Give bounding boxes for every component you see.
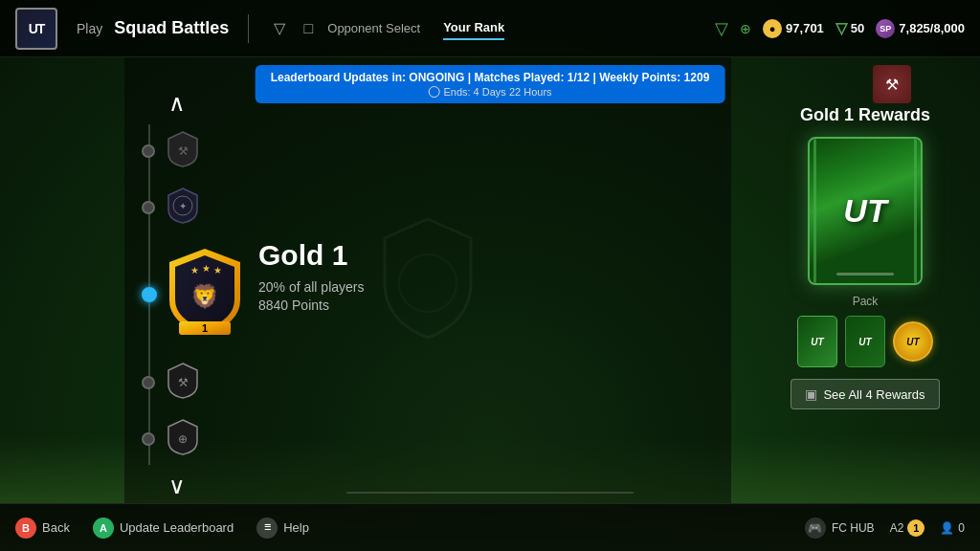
pack-small-1: UT <box>797 316 837 367</box>
controller-icon: 🎮 <box>805 518 826 539</box>
pack-ut-label: UT <box>843 192 886 230</box>
rank-badge-2: ✦ <box>166 187 200 229</box>
fc-hub-label: FC HUB <box>832 521 875 535</box>
pack-row: UT UT UT <box>797 316 933 367</box>
timer-icon <box>428 86 439 98</box>
rank-badge-4: ⚒ <box>166 362 200 404</box>
b-button-icon: B <box>15 518 36 539</box>
banner-sub-label: Ends: 4 Days 22 Hours <box>443 86 551 98</box>
svg-text:🦁: 🦁 <box>190 282 219 310</box>
shield-currency: ▽ 50 <box>835 19 864 37</box>
help-label: Help <box>283 520 309 535</box>
fc-hub-button[interactable]: 🎮 FC HUB <box>805 518 875 539</box>
filter-icon-1: ▽ <box>268 17 291 40</box>
svg-text:⚒: ⚒ <box>178 144 189 158</box>
rank-item-1[interactable]: ⚒ <box>139 124 215 177</box>
rank-info-panel: Gold 1 20% of all players 8840 Points <box>258 239 365 313</box>
svg-text:★: ★ <box>202 263 211 274</box>
coins-value: 97,701 <box>786 21 824 35</box>
rank-down-arrow[interactable]: ∨ <box>168 473 186 499</box>
svg-text:✦: ✦ <box>179 201 187 211</box>
help-button[interactable]: ☰ Help <box>256 518 309 539</box>
tab-your-rank[interactable]: Your Rank <box>443 16 504 40</box>
filter-icon-2: □ <box>297 17 320 40</box>
coin-icon: ● <box>763 19 782 38</box>
center-badge-area <box>370 211 485 349</box>
shield-value: 50 <box>851 21 864 35</box>
rank-badge-large: ★ ★ ★ 🦁 1 <box>162 245 248 344</box>
rank-item-active[interactable]: ★ ★ ★ 🦁 1 <box>139 237 215 352</box>
rank-dot-5 <box>142 432 155 446</box>
player-icon: 👤 <box>940 521 954 535</box>
pack-label: Pack <box>853 295 879 308</box>
rank-dot-2 <box>142 201 155 214</box>
rank-indicator: A2 1 <box>890 519 925 537</box>
rank-list: ⚒ ✦ <box>139 124 215 465</box>
pack-coin: UT <box>893 321 933 362</box>
bottombar: B Back A Update Leaderboard ☰ Help 🎮 FC … <box>0 503 980 551</box>
pack-coin-text: UT <box>906 337 919 347</box>
bottombar-right: 🎮 FC HUB A2 1 👤 0 <box>805 518 965 539</box>
svg-text:⊕: ⊕ <box>178 432 188 446</box>
rewards-square-icon: ▣ <box>805 386 817 402</box>
rank-points: 8840 Points <box>258 298 365 313</box>
pack-small-1-text: UT <box>811 337 823 347</box>
logo-area: UT <box>15 8 57 50</box>
svg-point-0 <box>399 254 457 312</box>
shield-v-icon: ▽ <box>835 19 847 37</box>
rank-dot-active <box>142 287 157 302</box>
nav-play[interactable]: Play <box>77 21 102 36</box>
rank-dot-4 <box>142 376 155 389</box>
svg-text:★: ★ <box>190 265 199 276</box>
fc-coin-icon: SP <box>876 19 895 38</box>
rank-item-4[interactable]: ⚒ <box>139 356 215 408</box>
see-all-label: See All 4 Rewards <box>823 387 924 402</box>
rank-name: Gold 1 <box>258 239 365 272</box>
rank-badge-corner: ⚒ <box>873 65 923 115</box>
nav-divider <box>248 14 249 43</box>
svg-text:⚒: ⚒ <box>178 376 189 389</box>
shield-green-icon: ▽ <box>715 18 728 39</box>
rewards-panel: Gold 1 Rewards UT Pack UT UT <box>769 105 961 409</box>
nav-icons: ▽ □ <box>268 17 320 40</box>
shield-icon-2: ⊕ <box>740 21 751 36</box>
rank-item-5[interactable]: ⊕ <box>139 412 215 465</box>
back-label: Back <box>42 520 70 535</box>
ut-logo: UT <box>15 8 57 50</box>
leaderboard-banner: Leaderboard Updates in: ONGOING | Matche… <box>256 65 725 103</box>
nav-title: Squad Battles <box>114 18 229 38</box>
rank-dot-1 <box>142 144 155 158</box>
fc-value: 7,825/8,000 <box>899 21 965 35</box>
wh-badge: ⚒ <box>873 65 911 103</box>
rank-label-icon: A2 <box>890 521 904 535</box>
pack-small-2-text: UT <box>858 337 871 347</box>
svg-text:★: ★ <box>213 265 222 276</box>
fc-currency: SP 7,825/8,000 <box>876 19 965 38</box>
topbar: UT Play Squad Battles ▽ □ Opponent Selec… <box>0 0 980 57</box>
see-all-rewards-button[interactable]: ▣ See All 4 Rewards <box>791 379 939 409</box>
rank-percent: 20% of all players <box>258 279 365 295</box>
back-button[interactable]: B Back <box>15 518 70 539</box>
player-count: 👤 0 <box>940 521 965 535</box>
rank-badge-1: ⚒ <box>166 130 200 172</box>
coins-currency: ● 97,701 <box>763 19 824 38</box>
rank-badge-5: ⊕ <box>166 418 200 460</box>
main-pack: UT <box>808 137 923 285</box>
menu-button-icon: ☰ <box>256 518 278 539</box>
svg-text:1: 1 <box>202 322 208 334</box>
banner-sub-text: Ends: 4 Days 22 Hours <box>428 86 551 98</box>
rank-item-2[interactable]: ✦ <box>139 181 215 233</box>
topbar-right: ▽ ⊕ ● 97,701 ▽ 50 SP 7,825/8,000 <box>715 18 965 39</box>
rank-number: 1 <box>907 519 924 537</box>
update-label: Update Leaderboard <box>120 520 234 535</box>
a-button-icon: A <box>93 518 114 539</box>
player-count-value: 0 <box>958 521 965 535</box>
banner-main-text: Leaderboard Updates in: ONGOING | Matche… <box>271 71 710 84</box>
update-leaderboard-button[interactable]: A Update Leaderboard <box>93 518 234 539</box>
tab-opponent-select[interactable]: Opponent Select <box>327 17 420 39</box>
pack-small-2: UT <box>845 316 885 367</box>
rank-navigation: ∧ ⚒ ✦ <box>134 96 220 494</box>
rank-up-arrow[interactable]: ∧ <box>168 90 186 117</box>
